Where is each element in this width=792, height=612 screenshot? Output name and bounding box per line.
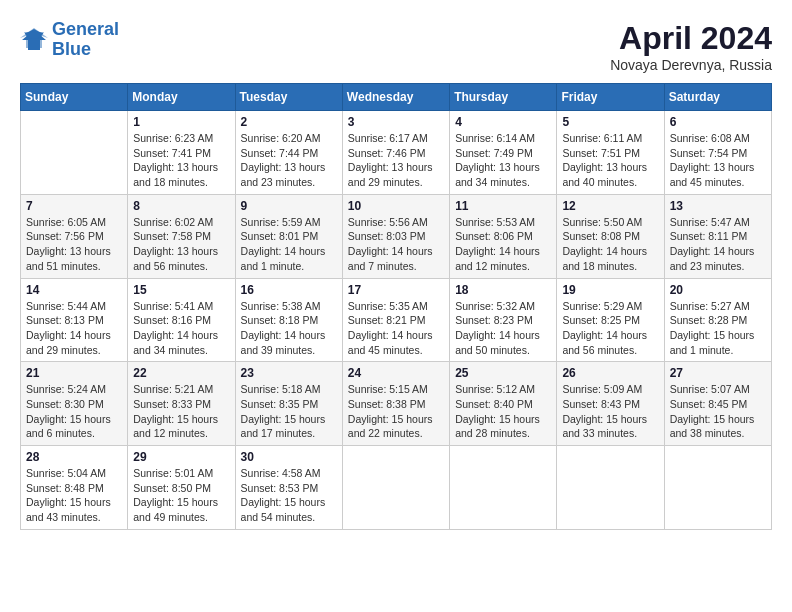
calendar-cell: 5Sunrise: 6:11 AMSunset: 7:51 PMDaylight… <box>557 111 664 195</box>
day-number: 10 <box>348 199 444 213</box>
calendar-week-row: 7Sunrise: 6:05 AMSunset: 7:56 PMDaylight… <box>21 194 772 278</box>
calendar-cell: 12Sunrise: 5:50 AMSunset: 8:08 PMDayligh… <box>557 194 664 278</box>
day-info: Sunrise: 5:47 AMSunset: 8:11 PMDaylight:… <box>670 215 766 274</box>
day-number: 13 <box>670 199 766 213</box>
page-header: General Blue April 2024 Novaya Derevnya,… <box>20 20 772 73</box>
day-info: Sunrise: 6:11 AMSunset: 7:51 PMDaylight:… <box>562 131 658 190</box>
day-info: Sunrise: 5:35 AMSunset: 8:21 PMDaylight:… <box>348 299 444 358</box>
weekday-header-tuesday: Tuesday <box>235 84 342 111</box>
day-info: Sunrise: 5:56 AMSunset: 8:03 PMDaylight:… <box>348 215 444 274</box>
calendar-cell <box>342 446 449 530</box>
day-number: 2 <box>241 115 337 129</box>
day-number: 4 <box>455 115 551 129</box>
day-info: Sunrise: 5:50 AMSunset: 8:08 PMDaylight:… <box>562 215 658 274</box>
calendar-cell: 7Sunrise: 6:05 AMSunset: 7:56 PMDaylight… <box>21 194 128 278</box>
day-number: 28 <box>26 450 122 464</box>
calendar-cell: 23Sunrise: 5:18 AMSunset: 8:35 PMDayligh… <box>235 362 342 446</box>
calendar-cell: 11Sunrise: 5:53 AMSunset: 8:06 PMDayligh… <box>450 194 557 278</box>
logo: General Blue <box>20 20 119 60</box>
day-info: Sunrise: 5:27 AMSunset: 8:28 PMDaylight:… <box>670 299 766 358</box>
logo-icon <box>20 26 48 54</box>
weekday-header-saturday: Saturday <box>664 84 771 111</box>
day-number: 6 <box>670 115 766 129</box>
weekday-header-thursday: Thursday <box>450 84 557 111</box>
calendar-cell: 20Sunrise: 5:27 AMSunset: 8:28 PMDayligh… <box>664 278 771 362</box>
location-subtitle: Novaya Derevnya, Russia <box>610 57 772 73</box>
weekday-header-friday: Friday <box>557 84 664 111</box>
day-number: 30 <box>241 450 337 464</box>
day-number: 27 <box>670 366 766 380</box>
title-block: April 2024 Novaya Derevnya, Russia <box>610 20 772 73</box>
day-info: Sunrise: 5:32 AMSunset: 8:23 PMDaylight:… <box>455 299 551 358</box>
calendar-cell: 19Sunrise: 5:29 AMSunset: 8:25 PMDayligh… <box>557 278 664 362</box>
day-number: 16 <box>241 283 337 297</box>
day-number: 29 <box>133 450 229 464</box>
calendar-cell <box>557 446 664 530</box>
day-info: Sunrise: 4:58 AMSunset: 8:53 PMDaylight:… <box>241 466 337 525</box>
calendar-header-row: SundayMondayTuesdayWednesdayThursdayFrid… <box>21 84 772 111</box>
day-info: Sunrise: 5:07 AMSunset: 8:45 PMDaylight:… <box>670 382 766 441</box>
calendar-cell: 17Sunrise: 5:35 AMSunset: 8:21 PMDayligh… <box>342 278 449 362</box>
calendar-week-row: 1Sunrise: 6:23 AMSunset: 7:41 PMDaylight… <box>21 111 772 195</box>
day-number: 19 <box>562 283 658 297</box>
weekday-header-sunday: Sunday <box>21 84 128 111</box>
day-info: Sunrise: 5:15 AMSunset: 8:38 PMDaylight:… <box>348 382 444 441</box>
day-info: Sunrise: 5:44 AMSunset: 8:13 PMDaylight:… <box>26 299 122 358</box>
day-info: Sunrise: 5:12 AMSunset: 8:40 PMDaylight:… <box>455 382 551 441</box>
calendar-cell: 18Sunrise: 5:32 AMSunset: 8:23 PMDayligh… <box>450 278 557 362</box>
day-info: Sunrise: 6:14 AMSunset: 7:49 PMDaylight:… <box>455 131 551 190</box>
day-info: Sunrise: 5:59 AMSunset: 8:01 PMDaylight:… <box>241 215 337 274</box>
calendar-cell <box>664 446 771 530</box>
logo-blue: Blue <box>52 39 91 59</box>
calendar-cell: 29Sunrise: 5:01 AMSunset: 8:50 PMDayligh… <box>128 446 235 530</box>
calendar-cell: 28Sunrise: 5:04 AMSunset: 8:48 PMDayligh… <box>21 446 128 530</box>
day-number: 7 <box>26 199 122 213</box>
day-number: 11 <box>455 199 551 213</box>
calendar-cell: 3Sunrise: 6:17 AMSunset: 7:46 PMDaylight… <box>342 111 449 195</box>
day-info: Sunrise: 5:21 AMSunset: 8:33 PMDaylight:… <box>133 382 229 441</box>
calendar-cell: 24Sunrise: 5:15 AMSunset: 8:38 PMDayligh… <box>342 362 449 446</box>
day-info: Sunrise: 5:53 AMSunset: 8:06 PMDaylight:… <box>455 215 551 274</box>
day-number: 8 <box>133 199 229 213</box>
day-info: Sunrise: 5:01 AMSunset: 8:50 PMDaylight:… <box>133 466 229 525</box>
day-info: Sunrise: 6:17 AMSunset: 7:46 PMDaylight:… <box>348 131 444 190</box>
day-info: Sunrise: 6:02 AMSunset: 7:58 PMDaylight:… <box>133 215 229 274</box>
day-number: 24 <box>348 366 444 380</box>
weekday-header-monday: Monday <box>128 84 235 111</box>
calendar-table: SundayMondayTuesdayWednesdayThursdayFrid… <box>20 83 772 530</box>
day-number: 18 <box>455 283 551 297</box>
calendar-cell: 9Sunrise: 5:59 AMSunset: 8:01 PMDaylight… <box>235 194 342 278</box>
calendar-cell: 22Sunrise: 5:21 AMSunset: 8:33 PMDayligh… <box>128 362 235 446</box>
day-number: 23 <box>241 366 337 380</box>
calendar-week-row: 28Sunrise: 5:04 AMSunset: 8:48 PMDayligh… <box>21 446 772 530</box>
day-info: Sunrise: 6:08 AMSunset: 7:54 PMDaylight:… <box>670 131 766 190</box>
calendar-cell: 26Sunrise: 5:09 AMSunset: 8:43 PMDayligh… <box>557 362 664 446</box>
calendar-week-row: 21Sunrise: 5:24 AMSunset: 8:30 PMDayligh… <box>21 362 772 446</box>
calendar-cell: 10Sunrise: 5:56 AMSunset: 8:03 PMDayligh… <box>342 194 449 278</box>
day-number: 5 <box>562 115 658 129</box>
day-number: 17 <box>348 283 444 297</box>
month-year-title: April 2024 <box>610 20 772 57</box>
logo-general: General <box>52 19 119 39</box>
day-info: Sunrise: 6:20 AMSunset: 7:44 PMDaylight:… <box>241 131 337 190</box>
day-info: Sunrise: 5:18 AMSunset: 8:35 PMDaylight:… <box>241 382 337 441</box>
day-info: Sunrise: 5:04 AMSunset: 8:48 PMDaylight:… <box>26 466 122 525</box>
day-number: 25 <box>455 366 551 380</box>
calendar-cell: 2Sunrise: 6:20 AMSunset: 7:44 PMDaylight… <box>235 111 342 195</box>
calendar-cell: 6Sunrise: 6:08 AMSunset: 7:54 PMDaylight… <box>664 111 771 195</box>
day-number: 22 <box>133 366 229 380</box>
calendar-cell <box>450 446 557 530</box>
day-number: 9 <box>241 199 337 213</box>
day-info: Sunrise: 5:09 AMSunset: 8:43 PMDaylight:… <box>562 382 658 441</box>
calendar-week-row: 14Sunrise: 5:44 AMSunset: 8:13 PMDayligh… <box>21 278 772 362</box>
calendar-cell: 4Sunrise: 6:14 AMSunset: 7:49 PMDaylight… <box>450 111 557 195</box>
day-number: 1 <box>133 115 229 129</box>
calendar-cell: 16Sunrise: 5:38 AMSunset: 8:18 PMDayligh… <box>235 278 342 362</box>
calendar-cell <box>21 111 128 195</box>
calendar-cell: 25Sunrise: 5:12 AMSunset: 8:40 PMDayligh… <box>450 362 557 446</box>
calendar-cell: 13Sunrise: 5:47 AMSunset: 8:11 PMDayligh… <box>664 194 771 278</box>
calendar-cell: 14Sunrise: 5:44 AMSunset: 8:13 PMDayligh… <box>21 278 128 362</box>
day-number: 15 <box>133 283 229 297</box>
calendar-cell: 15Sunrise: 5:41 AMSunset: 8:16 PMDayligh… <box>128 278 235 362</box>
weekday-header-wednesday: Wednesday <box>342 84 449 111</box>
